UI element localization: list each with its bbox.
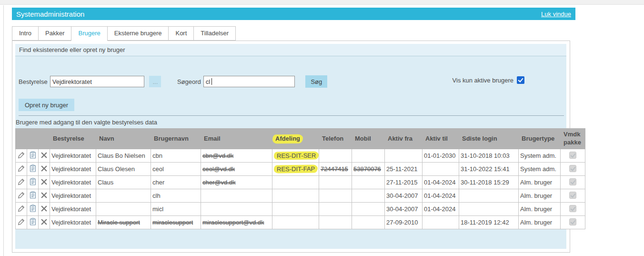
cell-aktiv-til <box>423 216 459 229</box>
vmdk-checkbox-disabled <box>569 218 576 225</box>
tab-intro[interactable]: Intro <box>12 26 39 41</box>
col-aktiv-fra: Aktiv fra <box>385 129 423 149</box>
redacted-text: Miracle support <box>98 219 140 226</box>
browser-top-strip <box>0 0 644 5</box>
browse-bestyrelse-button[interactable]: ... <box>149 76 161 87</box>
search-button[interactable]: Søg <box>305 75 327 88</box>
edit-action-cell <box>16 203 27 216</box>
systemadministration-window: Systemadministration Luk vindue IntroPak… <box>12 5 584 253</box>
cell-vmdk-pakke <box>561 216 585 229</box>
cell-aktiv-til <box>423 163 459 176</box>
redacted-text: miraclesupport@vd.dk <box>202 219 264 226</box>
cell-mobil: 53870076 <box>352 163 385 176</box>
redacted-text: 72447415 <box>321 165 348 173</box>
cell-vmdk-pakke <box>561 163 585 176</box>
cell-brugernavn: ceol <box>151 163 201 176</box>
active-filter-checkbox[interactable] <box>517 76 524 84</box>
vmdk-checkbox-disabled <box>569 178 576 185</box>
copy-clipboard-icon[interactable] <box>30 151 36 159</box>
cell-telefon <box>319 216 352 229</box>
copy-clipboard-icon[interactable] <box>30 205 36 212</box>
cell-email: cher@vd.dk <box>201 176 272 189</box>
tab-pakker[interactable]: Pakker <box>38 26 71 41</box>
copy-clipboard-icon[interactable] <box>30 178 36 185</box>
table-row: VejdirektoratetClaus Olesenceolceol@vd.d… <box>16 163 585 176</box>
tab-eksterne-brugere[interactable]: Eksterne brugere <box>107 26 169 41</box>
cell-bestyrelse: Vejdirektoratet <box>50 189 96 203</box>
delete-action-cell <box>39 203 50 216</box>
edit-pencil-icon[interactable] <box>18 191 25 199</box>
cell-telefon <box>319 189 352 203</box>
cell-email: miraclesupport@vd.dk <box>201 216 272 229</box>
delete-x-icon[interactable] <box>41 165 47 172</box>
tab-tilladelser[interactable]: Tilladelser <box>193 26 236 41</box>
cell-bestyrelse: Vejdirektoratet <box>50 163 96 176</box>
delete-action-cell <box>39 176 50 189</box>
search-form: Bestyrelse ... Søgeord Søg Vis kun aktiv… <box>15 56 566 88</box>
cell-brugernavn: miraclesupport <box>151 216 201 229</box>
edit-pencil-icon[interactable] <box>18 151 25 159</box>
edit-pencil-icon[interactable] <box>18 178 25 185</box>
copy-action-cell <box>27 149 39 163</box>
cell-vmdk-pakke <box>561 149 585 163</box>
cell-brugertype: Alm. bruger <box>519 189 561 203</box>
cell-brugernavn: cher <box>151 176 201 189</box>
copy-clipboard-icon[interactable] <box>30 164 36 172</box>
vmdk-checkbox-disabled <box>569 165 576 172</box>
col-aktiv-til: Aktiv til <box>423 129 459 149</box>
cell-aktiv-til: 01-01-2030 <box>423 149 459 163</box>
delete-x-icon[interactable] <box>41 205 47 212</box>
copy-clipboard-icon[interactable] <box>30 191 36 199</box>
col-actions <box>27 129 39 149</box>
delete-x-icon[interactable] <box>41 152 47 158</box>
col-navn: Navn <box>96 129 151 149</box>
delete-x-icon[interactable] <box>41 219 47 225</box>
copy-action-cell <box>27 216 39 229</box>
cell-vmdk-pakke <box>561 189 585 203</box>
edit-action-cell <box>16 189 27 203</box>
copy-action-cell <box>27 176 39 189</box>
divider <box>19 115 564 116</box>
tab-bar: IntroPakkerBrugereEksterne brugereKortTi… <box>12 26 584 41</box>
cell-afdeling <box>272 203 319 216</box>
create-user-button[interactable]: Opret ny bruger <box>19 99 74 111</box>
table-row: VejdirektoratetMiracle supportmiraclesup… <box>16 216 585 229</box>
delete-action-cell <box>39 216 50 229</box>
table-row: VejdirektoratetClauschercher@vd.dk27-11-… <box>16 176 585 189</box>
close-window-link[interactable]: Luk vindue <box>541 10 571 18</box>
tab-kort[interactable]: Kort <box>168 26 194 41</box>
redacted-text: cher@vd.dk <box>202 179 236 186</box>
bestyrelse-input[interactable] <box>50 76 144 87</box>
cell-mobil <box>352 189 385 203</box>
table-row: Vejdirektoratetclh30-04-200701-04-2024Al… <box>16 189 585 203</box>
tab-brugere[interactable]: Brugere <box>71 26 107 41</box>
table-row: VejdirektoratetClaus Bo Nielsencbncbn@vd… <box>16 149 585 163</box>
delete-x-icon[interactable] <box>41 192 47 198</box>
cell-sdiste-login <box>459 203 519 216</box>
edit-pencil-icon[interactable] <box>18 164 25 172</box>
cell-email: cbn@vd.dk <box>201 149 272 163</box>
edit-pencil-icon[interactable] <box>18 218 25 225</box>
cell-navn <box>96 189 151 203</box>
copy-action-cell <box>27 163 39 176</box>
sogeord-input[interactable] <box>203 76 295 87</box>
edit-action-cell <box>16 176 27 189</box>
cell-email: ceol@vd.dk <box>201 163 272 176</box>
users-table: BestyrelseNavnBrugernavnEmailAfdelingTel… <box>15 128 585 229</box>
cell-afdeling <box>272 189 319 203</box>
delete-x-icon[interactable] <box>41 179 47 185</box>
cell-brugernavn: cbn <box>151 149 201 163</box>
copy-clipboard-icon[interactable] <box>30 218 36 225</box>
cell-brugertype: System adm. <box>519 163 561 176</box>
cell-mobil <box>352 176 385 189</box>
edit-pencil-icon[interactable] <box>18 205 25 212</box>
cell-navn: Claus Olesen <box>96 163 151 176</box>
vmdk-checkbox-disabled <box>569 152 576 159</box>
cell-telefon <box>319 203 352 216</box>
cell-sdiste-login: 18-11-2019 12:42 <box>459 216 519 229</box>
col-telefon: Telefon <box>319 129 352 149</box>
cell-navn: Claus Bo Nielsen <box>96 149 151 163</box>
col-actions <box>16 129 27 149</box>
cell-sdiste-login: 31-10-2022 15:41 <box>459 163 519 176</box>
table-caption: Brugere med adgang til den valgte bestyr… <box>16 119 566 126</box>
